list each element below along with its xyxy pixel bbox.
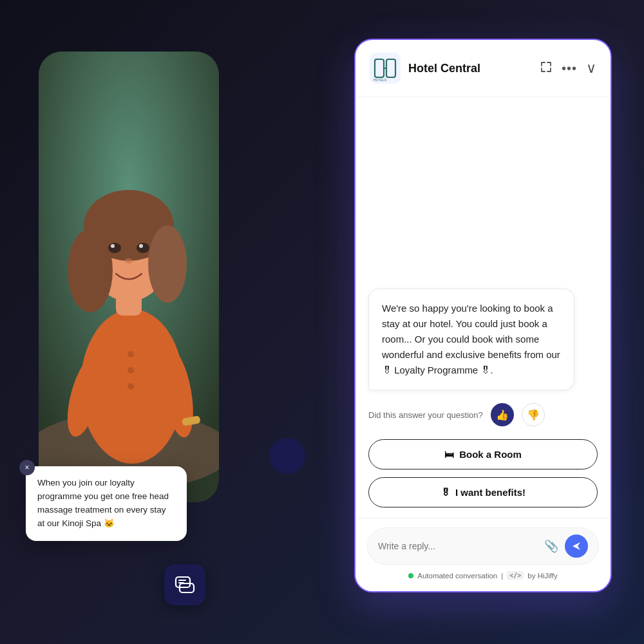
bed-icon: 🛏: [444, 449, 454, 460]
svg-text:HOTELS: HOTELS: [374, 78, 387, 82]
divider-circle: [269, 438, 305, 474]
powered-by-footer: Automated conversation | </> by HiJiffy: [367, 571, 599, 580]
hotel-name-label: Hotel Central: [408, 62, 532, 75]
hotel-logo-icon: HOTELS: [370, 53, 401, 84]
feedback-label: Did this answer your question?: [368, 410, 483, 420]
thumbs-up-button[interactable]: 👍: [491, 403, 514, 426]
automated-label: Automated conversation: [417, 572, 497, 580]
thumbs-down-button[interactable]: 👎: [522, 403, 545, 426]
action-buttons-group: 🛏 Book a Room 🎖 I want benefits!: [368, 439, 598, 507]
chevron-down-icon[interactable]: ∨: [586, 60, 596, 77]
svg-point-8: [108, 243, 121, 253]
svg-point-13: [128, 351, 134, 357]
svg-point-11: [139, 244, 143, 248]
svg-point-10: [111, 244, 115, 248]
svg-point-14: [128, 367, 134, 374]
reply-input-row: 📎: [367, 527, 599, 565]
bot-message-bubble: We're so happy you're looking to book a …: [368, 289, 574, 390]
book-room-button[interactable]: 🛏 Book a Room: [368, 439, 598, 469]
svg-point-9: [137, 243, 149, 253]
close-button[interactable]: ×: [19, 460, 35, 475]
send-button[interactable]: [565, 535, 588, 558]
loyalty-tooltip-bubble: × When you join our loyalty programme yo…: [26, 466, 187, 541]
more-options-icon[interactable]: •••: [562, 61, 577, 76]
reply-input[interactable]: [378, 541, 538, 551]
benefits-icon: 🎖: [440, 487, 450, 498]
benefits-button[interactable]: 🎖 I want benefits!: [368, 477, 598, 507]
status-dot: [408, 573, 413, 578]
svg-point-6: [68, 229, 113, 312]
widget-footer: 📎 Automated conversation | </> by HiJiff…: [355, 518, 611, 591]
widget-header: HOTELS Hotel Central ••• ∨: [355, 40, 611, 97]
photo-phone-card: [39, 52, 219, 502]
loyalty-bubble-text: When you join our loyalty programme you …: [37, 478, 169, 528]
separator: |: [501, 572, 503, 580]
attach-icon[interactable]: 📎: [544, 539, 558, 553]
woman-photo: [39, 52, 219, 502]
powered-by-label: by HiJiffy: [527, 572, 557, 580]
chat-launcher-button[interactable]: [164, 564, 205, 605]
svg-point-15: [128, 383, 134, 390]
svg-point-12: [125, 258, 133, 263]
code-tag: </>: [507, 571, 524, 580]
widget-chat-body: We're so happy you're looking to book a …: [355, 97, 611, 518]
expand-icon[interactable]: [540, 61, 553, 77]
header-actions: ••• ∨: [540, 60, 596, 77]
svg-point-7: [148, 225, 187, 303]
chat-widget-panel: HOTELS Hotel Central ••• ∨ We're so happ…: [354, 39, 612, 592]
feedback-row: Did this answer your question? 👍 👎: [368, 403, 598, 426]
